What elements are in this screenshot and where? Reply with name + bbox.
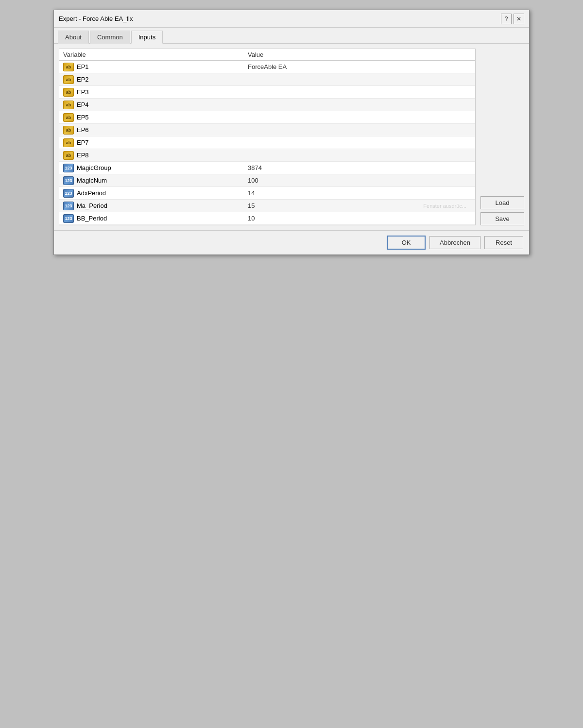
cancel-button[interactable]: Abbrechen <box>429 236 480 249</box>
table-row[interactable]: 123 AdxPeriod 14 <box>59 187 475 200</box>
title-bar: Expert - Force Able EA_fix ? ✕ <box>54 10 529 28</box>
row-variable: ab EP2 <box>63 75 248 84</box>
table-row[interactable]: 123 Ma_Period 15Fenster ausdrüc... <box>59 200 475 212</box>
table-row[interactable]: ab EP6 <box>59 124 475 136</box>
table-body: ab EP1 ForceAble EA ab EP2 ab EP3 <box>59 61 475 225</box>
tab-bar: About Common Inputs <box>54 28 529 44</box>
table-row[interactable]: 123 BB_Period 10 <box>59 212 475 225</box>
row-variable: ab EP7 <box>63 138 248 147</box>
variable-name: EP1 <box>77 63 89 70</box>
string-type-icon: ab <box>63 101 74 109</box>
table-row[interactable]: ab EP4 <box>59 99 475 111</box>
table-row[interactable]: 123 MagicGroup 3874 <box>59 162 475 174</box>
row-variable: ab EP6 <box>63 126 248 135</box>
number-type-icon: 123 <box>63 164 74 172</box>
help-button[interactable]: ? <box>501 14 512 24</box>
row-value[interactable]: 15Fenster ausdrüc... <box>248 202 471 209</box>
tab-inputs[interactable]: Inputs <box>131 31 163 44</box>
content-area: Variable Value ab EP1 ForceAble EA ab EP… <box>54 44 529 230</box>
close-button[interactable]: ✕ <box>514 14 524 24</box>
row-variable: ab EP4 <box>63 101 248 109</box>
variable-name: EP7 <box>77 139 89 146</box>
number-type-icon: 123 <box>63 176 74 185</box>
number-type-icon: 123 <box>63 202 74 210</box>
title-bar-buttons: ? ✕ <box>501 14 524 24</box>
variable-name: EP4 <box>77 101 89 108</box>
table-row[interactable]: ab EP2 <box>59 73 475 86</box>
row-value[interactable]: 14 <box>248 189 471 197</box>
table-row[interactable]: ab EP1 ForceAble EA <box>59 61 475 73</box>
row-value[interactable]: 100 <box>248 177 471 184</box>
variable-name: Ma_Period <box>77 202 107 209</box>
variable-name: MagicNum <box>77 177 107 184</box>
string-type-icon: ab <box>63 138 74 147</box>
row-value[interactable]: 3874 <box>248 164 471 171</box>
row-variable: 123 MagicNum <box>63 176 248 185</box>
table-row[interactable]: 123 MagicNum 100 <box>59 174 475 187</box>
window-title: Expert - Force Able EA_fix <box>59 15 133 22</box>
phantom-text: Fenster ausdrüc... <box>423 203 466 209</box>
string-type-icon: ab <box>63 75 74 84</box>
main-window: Expert - Force Able EA_fix ? ✕ About Com… <box>53 10 530 255</box>
row-variable: ab EP5 <box>63 113 248 122</box>
tab-common[interactable]: Common <box>90 31 130 44</box>
table-header: Variable Value <box>59 49 475 61</box>
row-variable: ab EP8 <box>63 151 248 160</box>
table-row[interactable]: ab EP7 <box>59 136 475 149</box>
parameters-table: Variable Value ab EP1 ForceAble EA ab EP… <box>59 49 476 225</box>
table-row[interactable]: ab EP3 <box>59 86 475 99</box>
ok-button[interactable]: OK <box>387 236 426 250</box>
side-buttons-panel: Load Save <box>480 196 524 225</box>
string-type-icon: ab <box>63 88 74 97</box>
number-type-icon: 123 <box>63 189 74 198</box>
variable-name: EP3 <box>77 88 89 96</box>
bottom-bar: OK Abbrechen Reset <box>54 230 529 254</box>
row-value[interactable]: ForceAble EA <box>248 63 471 70</box>
row-variable: 123 MagicGroup <box>63 164 248 172</box>
variable-name: EP2 <box>77 76 89 83</box>
row-variable: 123 AdxPeriod <box>63 189 248 198</box>
string-type-icon: ab <box>63 126 74 135</box>
variable-name: AdxPeriod <box>77 189 106 197</box>
table-row[interactable]: ab EP5 <box>59 111 475 124</box>
row-variable: ab EP3 <box>63 88 248 97</box>
number-type-icon: 123 <box>63 214 74 223</box>
string-type-icon: ab <box>63 151 74 160</box>
variable-name: EP8 <box>77 152 89 159</box>
column-variable-header: Variable <box>63 51 248 58</box>
variable-name: EP6 <box>77 126 89 134</box>
column-value-header: Value <box>248 51 471 58</box>
row-value[interactable]: 10 <box>248 215 471 222</box>
row-variable: ab EP1 <box>63 63 248 71</box>
table-row[interactable]: ab EP8 <box>59 149 475 162</box>
save-button[interactable]: Save <box>480 212 524 225</box>
variable-name: MagicGroup <box>77 164 111 171</box>
reset-button[interactable]: Reset <box>484 236 523 249</box>
string-type-icon: ab <box>63 63 74 71</box>
variable-name: EP5 <box>77 114 89 121</box>
load-button[interactable]: Load <box>480 196 524 209</box>
variable-name: BB_Period <box>77 215 107 222</box>
string-type-icon: ab <box>63 113 74 122</box>
row-variable: 123 Ma_Period <box>63 202 248 210</box>
tab-about[interactable]: About <box>58 31 89 44</box>
row-variable: 123 BB_Period <box>63 214 248 223</box>
